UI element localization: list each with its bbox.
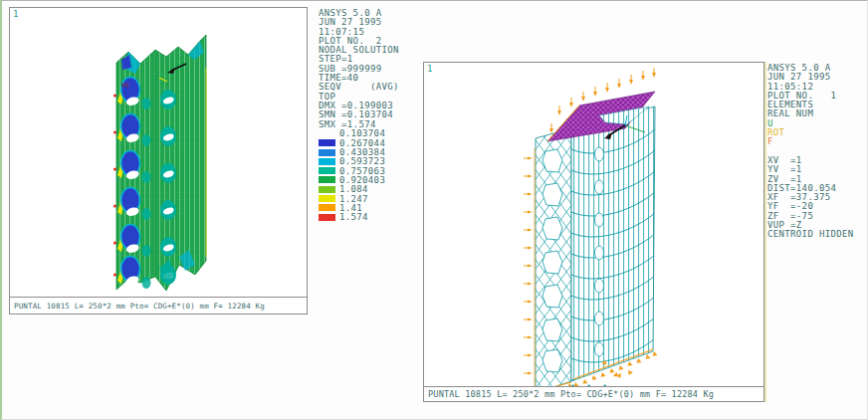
legend-min-value: 0.103704 — [319, 129, 399, 138]
results-legend: 0.103704 0.267044 0.430384 0.593723 0.75… — [319, 129, 399, 222]
boundary-condition-arrows-left — [524, 148, 535, 387]
column-right-face — [571, 106, 655, 381]
stress-contour-model[interactable]: MX — [10, 8, 307, 297]
right-annotation: ANSYS 5.0 A JUN 27 1995 11:05:12 PLOT NO… — [767, 64, 854, 240]
right-caption: PUNTAL 10815 L= 250*2 mm Pto= CDG+E*(0) … — [424, 386, 763, 401]
legend-swatch — [319, 139, 335, 146]
load-label-rot: ROT — [767, 128, 854, 137]
legend-row: 1.41 — [319, 203, 399, 212]
right-plot-window: 1 — [423, 62, 764, 402]
legend-value: 1.574 — [339, 212, 368, 222]
legend-swatch — [319, 195, 335, 202]
legend-row: 0.920403 — [319, 175, 399, 184]
legend-swatch — [319, 176, 335, 183]
annotation-line: CENTROID HIDDEN — [767, 230, 854, 239]
legend-swatch — [319, 158, 335, 165]
legend-swatch — [319, 204, 335, 211]
annotation-line: REAL NUM — [767, 109, 854, 118]
legend-swatch — [319, 214, 335, 221]
ansys-screenshot: 1 — [0, 0, 868, 420]
legend-row: 0.757063 — [319, 166, 399, 175]
elements-model[interactable] — [424, 63, 763, 387]
legend-row: 0.593723 — [319, 157, 399, 166]
right-window-number: 1 — [427, 64, 432, 74]
legend-swatch — [319, 167, 335, 174]
left-caption: PUNTAL 10815 L= 250*2 mm Pto= CDG+E*(0) … — [10, 297, 307, 314]
left-plot-window: 1 — [9, 7, 308, 315]
legend-row: 1.574 — [319, 213, 399, 222]
legend-swatch — [319, 149, 335, 156]
legend-swatch — [319, 186, 335, 193]
legend-row: 1.247 — [319, 194, 399, 203]
left-annotation: ANSYS 5.0 A JUN 27 1995 11:07:15 PLOT NO… — [319, 9, 399, 222]
legend-row: 0.430384 — [319, 147, 399, 156]
legend-row: 1.084 — [319, 185, 399, 194]
max-stress-label: MX — [121, 82, 129, 90]
load-label-f: F — [767, 137, 854, 146]
left-window-number: 1 — [13, 9, 18, 19]
legend-row: 0.267044 — [319, 138, 399, 147]
